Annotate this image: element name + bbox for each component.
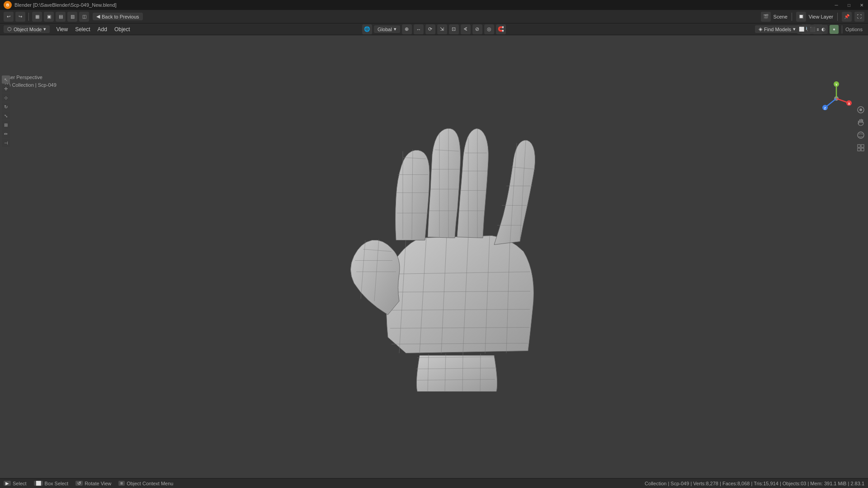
title-bar: B Blender [D:\SaveBlender\Scp-049_New.bl… — [0, 0, 868, 10]
svg-rect-67 — [861, 148, 864, 151]
face-select-icon[interactable] — [856, 131, 865, 140]
mode-dropdown-icon: ▾ — [43, 26, 46, 32]
global-transform-selector[interactable]: Global ▾ — [374, 25, 400, 33]
viewport-wireframe-icon[interactable]: ⬜ — [797, 25, 806, 34]
select-status[interactable]: ▶ Select — [4, 481, 27, 486]
box-select-key-icon: ⬜ — [34, 481, 43, 486]
toolbar-icon-2[interactable]: ↪ — [15, 12, 25, 22]
back-to-previous-button[interactable]: ◀ Back to Previous — [93, 13, 143, 20]
toolbar-icon-7[interactable]: ◫ — [79, 12, 89, 22]
minimize-button[interactable]: ─ — [830, 0, 843, 10]
viewport-labels: User Perspective (1) Collection | Scp-04… — [5, 74, 57, 89]
find-models-icon: ◈ — [759, 26, 762, 32]
find-models-label: Find Models — [764, 27, 791, 32]
toolbar-separator-1 — [28, 13, 29, 21]
cursor-tool[interactable]: ✛ — [2, 84, 10, 93]
transform-icon-4[interactable]: ⇲ — [437, 24, 447, 34]
toolbar-separator-2 — [792, 13, 792, 21]
transform-icon-1[interactable]: ⊕ — [402, 24, 412, 34]
status-bar: ▶ Select ⬜ Box Select ↺ Rotate View ≡ Ob… — [0, 478, 868, 488]
toolbar-icon-5[interactable]: ▤ — [56, 12, 66, 22]
svg-rect-65 — [861, 145, 864, 147]
viewport[interactable]: User Perspective (1) Collection | Scp-04… — [0, 35, 868, 478]
collection-label: (1) Collection | Scp-049 — [5, 81, 57, 89]
select-key-icon: ▶ — [4, 481, 11, 486]
top-toolbar: ↩ ↪ ▦ ▣ ▤ ▥ ◫ ◀ Back to Previous 🎬 Scene… — [0, 10, 868, 23]
svg-rect-64 — [858, 145, 860, 147]
stats-text: Collection | Scp-049 | Verts:8,278 | Fac… — [645, 481, 864, 486]
sep-right — [842, 25, 842, 33]
context-menu-label: Object Context Menu — [127, 481, 173, 486]
svg-rect-60 — [861, 119, 862, 123]
back-button-label: Back to Previous — [102, 14, 139, 19]
object-mode-selector[interactable]: ⬡ Object Mode ▾ — [4, 25, 50, 33]
transform-icon-5[interactable]: ⊡ — [449, 24, 459, 34]
select-tool[interactable]: ↖ — [2, 75, 10, 84]
viewport-solid-icon[interactable]: ⬛ — [808, 25, 817, 34]
scale-tool[interactable]: ⤡ — [2, 112, 10, 120]
camera-view-icon[interactable] — [856, 105, 865, 114]
transform-icon-7[interactable]: ⊘ — [472, 24, 482, 34]
left-toolbar: ↖ ✛ ⊹ ↻ ⤡ ⊞ ✏ ⊣ — [0, 74, 10, 149]
gizmo[interactable]: Y X Z — [818, 80, 854, 117]
object-mode-icon: ⬡ — [7, 26, 12, 32]
svg-text:Y: Y — [835, 83, 838, 86]
pin-icon[interactable]: 📌 — [842, 12, 852, 22]
maximize-button[interactable]: □ — [843, 0, 855, 10]
viewport-rendered-icon[interactable]: ● — [830, 25, 839, 34]
transform-icon-6[interactable]: ∢ — [461, 24, 471, 34]
svg-rect-61 — [862, 119, 863, 123]
rotate-view-key-icon: ↺ — [75, 481, 83, 486]
toolbar-icon-1[interactable]: ↩ — [4, 12, 14, 22]
view-menu[interactable]: View — [52, 25, 71, 33]
transform-icon-3[interactable]: ⟳ — [425, 24, 435, 34]
box-select-status[interactable]: ⬜ Box Select — [34, 481, 69, 486]
svg-point-58 — [859, 108, 862, 111]
toolbar-icon-4[interactable]: ▣ — [44, 12, 54, 22]
transform-icon-2[interactable]: ↔ — [414, 24, 424, 34]
rotate-view-status[interactable]: ↺ Rotate View — [75, 481, 111, 486]
scene-label: Scene — [774, 14, 788, 19]
add-menu[interactable]: Add — [94, 25, 111, 33]
options-label: Options — [845, 27, 864, 32]
rotate-tool[interactable]: ↻ — [2, 103, 10, 111]
proportional-editing[interactable]: ◎ — [484, 24, 494, 34]
blender-logo: B — [4, 1, 12, 9]
snap-icon[interactable]: 🧲 — [496, 24, 506, 34]
menu-bar: ⬡ Object Mode ▾ View Select Add Object 🌐… — [0, 23, 868, 35]
view-layer-label: View Layer — [809, 14, 833, 19]
annotate-tool[interactable]: ✏ — [2, 130, 10, 138]
window-title: Blender [D:\SaveBlender\Scp-049_New.blen… — [14, 2, 117, 8]
object-menu[interactable]: Object — [111, 25, 134, 33]
transform-tool[interactable]: ⊞ — [2, 121, 10, 129]
view-layer-icon[interactable]: 🔲 — [796, 12, 806, 22]
select-label: Select — [13, 481, 27, 486]
grid-icon[interactable] — [856, 143, 865, 152]
select-menu[interactable]: Select — [71, 25, 94, 33]
svg-rect-59 — [859, 119, 860, 123]
viewport-material-icon[interactable]: ◐ — [819, 25, 828, 34]
right-side-tools — [856, 105, 865, 152]
global-icon[interactable]: 🌐 — [362, 24, 372, 34]
find-models-dropdown: ▾ — [793, 26, 796, 32]
hand-tool-icon[interactable] — [856, 118, 865, 127]
move-tool[interactable]: ⊹ — [2, 94, 10, 102]
scene-icon[interactable]: 🎬 — [761, 12, 771, 22]
context-menu-status[interactable]: ≡ Object Context Menu — [118, 481, 173, 486]
fullscreen-icon[interactable]: ⛶ — [854, 12, 864, 22]
find-models-selector[interactable]: ◈ Find Models ▾ — [755, 25, 799, 33]
context-menu-key-icon: ≡ — [118, 481, 125, 486]
back-arrow-icon: ◀ — [96, 14, 100, 19]
svg-text:X: X — [848, 102, 850, 105]
close-button[interactable]: ✕ — [855, 0, 868, 10]
toolbar-icon-6[interactable]: ▥ — [67, 12, 77, 22]
svg-text:Z: Z — [824, 107, 826, 110]
window-controls: ─ □ ✕ — [830, 0, 868, 10]
toolbar-icon-3[interactable]: ▦ — [32, 12, 42, 22]
svg-rect-66 — [858, 148, 860, 151]
rotate-view-label: Rotate View — [85, 481, 111, 486]
measure-tool[interactable]: ⊣ — [2, 139, 10, 147]
global-label: Global — [377, 27, 392, 32]
hand-model — [329, 121, 591, 393]
box-select-label: Box Select — [45, 481, 69, 486]
